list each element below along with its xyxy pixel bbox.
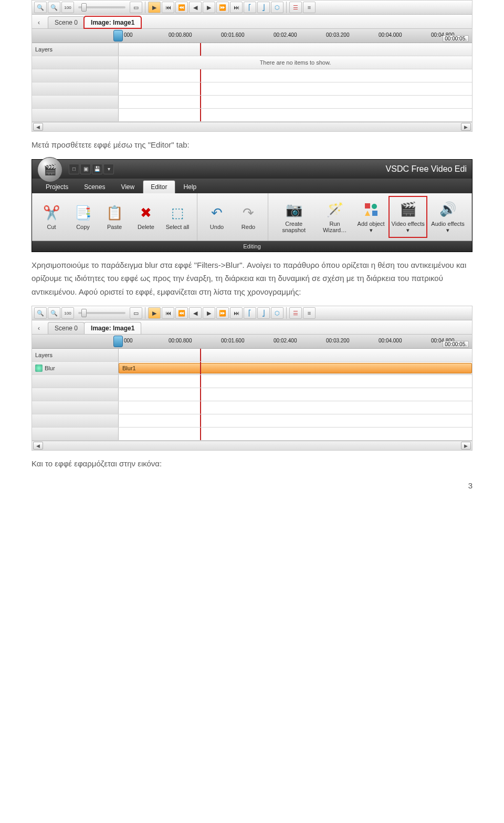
tab-scene0[interactable]: Scene 0 [48, 16, 85, 28]
ruler-tick: 00:00.800 [169, 338, 192, 343]
play-icon[interactable]: ▶ [148, 307, 161, 319]
qa-save-icon[interactable]: 💾 [92, 164, 102, 174]
tool-a-icon[interactable]: ☰ [289, 2, 302, 13]
clip-blur1[interactable]: Blur1 [119, 363, 472, 373]
add-object-button[interactable]: Add object ▾ [354, 196, 388, 238]
ruler-tick: 000 [124, 32, 133, 38]
skip-start-icon[interactable]: ⏮ [162, 307, 174, 319]
snapshot-button[interactable]: 📷Create snapshot [272, 196, 315, 238]
h-scrollbar[interactable]: ◀ ▶ [32, 441, 472, 450]
qa-open-icon[interactable]: ▣ [80, 164, 91, 174]
list-row [32, 109, 472, 122]
tab-image1[interactable]: Image: Image1 [84, 16, 141, 28]
h-scrollbar[interactable]: ◀ ▶ [32, 122, 472, 131]
ruler-tick: 000 [124, 338, 133, 343]
next-frame-icon[interactable]: ▶ [203, 307, 215, 319]
paste-button[interactable]: 📋Paste [99, 196, 130, 238]
snap-icon[interactable]: ⬡ [271, 307, 284, 319]
zoom-fit-icon[interactable]: ▭ [130, 307, 142, 319]
playhead-line [200, 388, 201, 401]
scroll-right-icon[interactable]: ▶ [461, 123, 471, 131]
btn-label: Delete [138, 224, 154, 230]
svg-point-1 [372, 204, 377, 209]
select-all-button[interactable]: ⬚Select all [162, 196, 193, 238]
skip-end-icon[interactable]: ⏭ [230, 2, 243, 13]
zoom-100-icon[interactable]: 100 [61, 307, 74, 319]
zoom-out-icon[interactable]: 🔍 [48, 307, 60, 319]
zoom-slider[interactable] [78, 312, 125, 314]
tab-image1[interactable]: Image: Image1 [84, 322, 141, 334]
list-row [32, 401, 472, 414]
tab-view[interactable]: View [113, 181, 142, 193]
zoom-slider[interactable] [78, 6, 125, 8]
svg-marker-2 [365, 211, 370, 216]
speaker-icon: 🔊 [438, 200, 457, 219]
qa-menu-icon[interactable]: ▾ [103, 164, 114, 174]
copy-button[interactable]: 📑Copy [68, 196, 98, 238]
skip-end-icon[interactable]: ⏭ [230, 307, 243, 319]
mark-in-icon[interactable]: ⎡ [244, 2, 256, 13]
list-row [32, 69, 472, 82]
scroll-left-icon[interactable]: ◀ [33, 123, 43, 131]
forward-icon[interactable]: ⏩ [216, 2, 229, 13]
layer-head[interactable]: Blur [32, 362, 119, 374]
play-icon[interactable]: ▶ [148, 2, 161, 13]
forward-icon[interactable]: ⏩ [216, 307, 229, 319]
empty-message: There are no items to show. [119, 56, 472, 69]
list-row [32, 414, 472, 428]
svg-rect-3 [372, 211, 377, 216]
zoom-100-icon[interactable]: 100 [61, 2, 74, 13]
tool-a-icon[interactable]: ☰ [289, 307, 302, 319]
snap-icon[interactable]: ⬡ [271, 2, 284, 13]
tool-b-icon[interactable]: ≡ [303, 2, 316, 13]
rewind-icon[interactable]: ⏪ [175, 2, 188, 13]
scroll-left-icon[interactable]: ◀ [33, 442, 43, 450]
tab-scene0[interactable]: Scene 0 [48, 322, 85, 334]
clip-label: Blur1 [122, 365, 136, 371]
qa-new-icon[interactable]: □ [69, 164, 79, 174]
time-ruler[interactable]: 000 00:00.800 00:01.600 00:02.400 00:03.… [32, 335, 472, 349]
cut-button[interactable]: ✂️Cut [36, 196, 67, 238]
video-effects-button[interactable]: 🎬Video effects ▾ [388, 196, 427, 238]
tool-b-icon[interactable]: ≡ [303, 307, 316, 319]
redo-button[interactable]: ↷Redo [233, 196, 264, 238]
undo-button[interactable]: ↶Undo [202, 196, 232, 238]
select-all-icon: ⬚ [168, 203, 187, 222]
zoom-in-icon[interactable]: 🔍 [34, 307, 47, 319]
audio-effects-button[interactable]: 🔊Audio effects ▾ [428, 196, 467, 238]
app-orb-icon[interactable]: 🎬 [37, 157, 62, 182]
btn-label: Redo [242, 224, 255, 230]
zoom-fit-icon[interactable]: ▭ [130, 2, 142, 13]
collapse-icon[interactable]: ‹ [34, 17, 44, 28]
next-frame-icon[interactable]: ▶ [203, 2, 215, 13]
playhead-icon[interactable] [113, 30, 123, 41]
skip-start-icon[interactable]: ⏮ [162, 2, 174, 13]
zoom-out-icon[interactable]: 🔍 [48, 2, 60, 13]
mark-in-icon[interactable]: ⎡ [244, 307, 256, 319]
wizard-icon: 🪄 [326, 200, 344, 219]
rewind-icon[interactable]: ⏪ [175, 307, 188, 319]
ruler-tick: 00:02.400 [274, 338, 297, 343]
tab-projects[interactable]: Projects [38, 181, 76, 193]
ruler-tick: 00:01.600 [221, 338, 245, 343]
tab-scenes[interactable]: Scenes [77, 181, 112, 193]
prev-frame-icon[interactable]: ◀ [189, 307, 202, 319]
playhead-line [200, 349, 201, 361]
tab-help[interactable]: Help [176, 181, 204, 193]
delete-button[interactable]: ✖Delete [131, 196, 161, 238]
scroll-right-icon[interactable]: ▶ [461, 442, 471, 450]
prev-frame-icon[interactable]: ◀ [189, 2, 202, 13]
playhead-line [200, 96, 201, 108]
time-ruler[interactable]: 000 00:00.800 00:01.600 00:02.400 00:03.… [32, 29, 472, 43]
separator [286, 307, 287, 319]
wizard-button[interactable]: 🪄Run Wizard… [316, 196, 353, 238]
mark-out-icon[interactable]: ⎦ [257, 2, 270, 13]
layer-row-blur[interactable]: Blur Blur1 [32, 362, 472, 375]
collapse-icon[interactable]: ‹ [34, 322, 44, 334]
tab-editor[interactable]: Editor [143, 180, 175, 193]
playhead-line [200, 414, 201, 427]
playhead-icon[interactable] [113, 336, 123, 347]
mark-out-icon[interactable]: ⎦ [257, 307, 270, 319]
insert-group: 📷Create snapshot 🪄Run Wizard… Add object… [268, 193, 472, 241]
zoom-in-icon[interactable]: 🔍 [34, 2, 47, 13]
